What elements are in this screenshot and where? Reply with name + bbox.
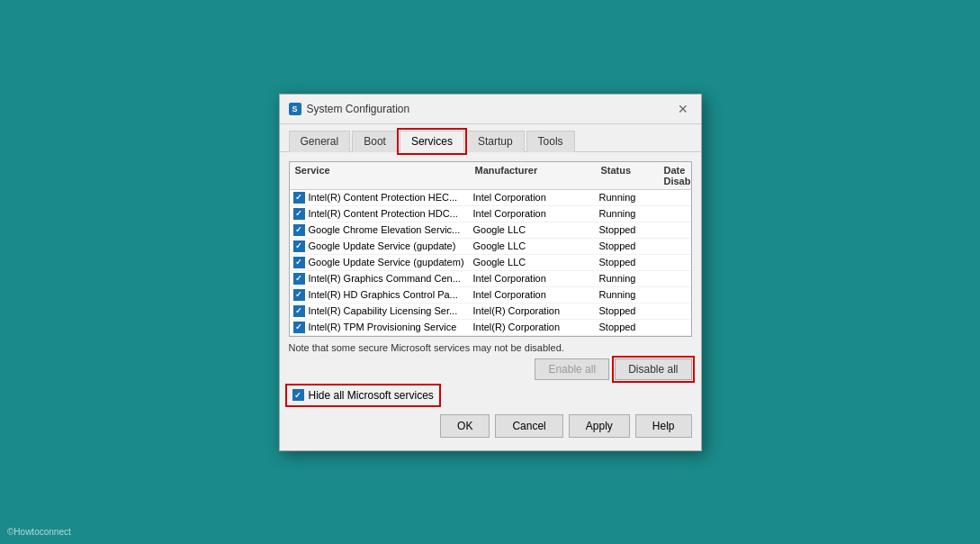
service-name: Google Update Service (gupdate) xyxy=(309,240,456,251)
system-configuration-dialog: S System Configuration ✕ General Boot Se… xyxy=(279,94,702,451)
row-service-cell: Intel(R) Content Protection HEC... xyxy=(293,192,473,204)
service-name: Intel(R) Content Protection HEC... xyxy=(309,192,458,203)
dialog-title: System Configuration xyxy=(307,103,410,115)
watermark: ©Howtoconnect xyxy=(7,527,71,537)
cancel-button[interactable]: Cancel xyxy=(495,414,562,438)
service-name: Intel(R) Content Protection HDC... xyxy=(309,208,458,219)
status: Stopped xyxy=(599,224,662,235)
tab-services[interactable]: Services xyxy=(400,131,464,152)
table-row[interactable]: Intel(R) TPM Provisioning Service Intel(… xyxy=(290,320,691,336)
col-service: Service xyxy=(293,165,473,186)
table-row[interactable]: Intel(R) Dynamic Application Loa... Inte… xyxy=(290,336,691,337)
tab-general[interactable]: General xyxy=(289,131,351,152)
row-service-cell: Google Chrome Elevation Servic... xyxy=(293,224,473,236)
row-checkbox[interactable] xyxy=(293,305,305,317)
title-bar: S System Configuration ✕ xyxy=(280,95,701,124)
table-row[interactable]: Google Chrome Elevation Servic... Google… xyxy=(290,222,691,239)
tab-boot[interactable]: Boot xyxy=(352,131,398,152)
row-checkbox[interactable] xyxy=(293,192,305,204)
help-button[interactable]: Help xyxy=(635,414,692,438)
row-checkbox[interactable] xyxy=(293,322,305,333)
col-date-disabled: Date Disabled xyxy=(662,165,692,186)
row-checkbox[interactable] xyxy=(293,208,305,220)
row-service-cell: Google Update Service (gupdate) xyxy=(293,240,473,252)
disable-all-button[interactable]: Disable all xyxy=(615,358,691,380)
row-service-cell: Google Update Service (gupdatem) xyxy=(293,257,473,268)
services-table: Service Manufacturer Status Date Disable… xyxy=(289,161,692,337)
table-body[interactable]: Intel(R) Content Protection HEC... Intel… xyxy=(290,190,691,337)
row-service-cell: Intel(R) TPM Provisioning Service xyxy=(293,322,473,333)
manufacturer: Google LLC xyxy=(473,257,599,267)
status: Stopped xyxy=(599,240,662,251)
row-service-cell: Intel(R) Capability Licensing Ser... xyxy=(293,305,473,317)
enable-disable-row: Enable all Disable all xyxy=(289,358,692,380)
service-name: Intel(R) Graphics Command Cen... xyxy=(309,273,461,284)
bottom-buttons: OK Cancel Apply Help xyxy=(289,414,692,441)
hide-ms-row: Hide all Microsoft services xyxy=(289,387,692,403)
manufacturer: Intel Corporation xyxy=(473,208,599,219)
row-service-cell: Intel(R) Content Protection HDC... xyxy=(293,208,473,220)
tab-content: Service Manufacturer Status Date Disable… xyxy=(280,152,701,450)
service-name: Google Update Service (gupdatem) xyxy=(309,257,464,267)
service-name: Intel(R) TPM Provisioning Service xyxy=(309,322,457,332)
manufacturer: Intel Corporation xyxy=(473,289,599,300)
manufacturer: Intel(R) Corporation xyxy=(473,322,599,332)
table-row[interactable]: Intel(R) Capability Licensing Ser... Int… xyxy=(290,304,691,320)
row-checkbox[interactable] xyxy=(293,224,305,236)
table-row[interactable]: Intel(R) Graphics Command Cen... Intel C… xyxy=(290,271,691,287)
row-service-cell: Intel(R) HD Graphics Control Pa... xyxy=(293,289,473,301)
status: Stopped xyxy=(599,257,662,267)
note-text: Note that some secure Microsoft services… xyxy=(289,342,692,353)
ok-button[interactable]: OK xyxy=(440,414,490,438)
status: Stopped xyxy=(599,305,662,316)
table-row[interactable]: Google Update Service (gupdatem) Google … xyxy=(290,255,691,271)
tab-tools[interactable]: Tools xyxy=(526,131,575,152)
manufacturer: Intel(R) Corporation xyxy=(473,305,599,316)
row-checkbox[interactable] xyxy=(293,273,305,285)
table-header: Service Manufacturer Status Date Disable… xyxy=(290,162,691,190)
hide-ms-checkbox-label[interactable]: Hide all Microsoft services xyxy=(289,387,437,403)
row-checkbox[interactable] xyxy=(293,257,305,268)
manufacturer: Google LLC xyxy=(473,240,599,251)
row-checkbox[interactable] xyxy=(293,289,305,301)
service-name: Google Chrome Elevation Servic... xyxy=(309,224,461,235)
close-button[interactable]: ✕ xyxy=(674,100,692,118)
hide-ms-checkbox[interactable] xyxy=(292,389,304,401)
hide-ms-label: Hide all Microsoft services xyxy=(309,389,434,402)
title-bar-left: S System Configuration xyxy=(289,103,410,115)
manufacturer: Intel Corporation xyxy=(473,273,599,284)
status: Stopped xyxy=(599,322,662,332)
col-status: Status xyxy=(599,165,662,186)
table-row[interactable]: Intel(R) Content Protection HEC... Intel… xyxy=(290,190,691,206)
dialog-icon: S xyxy=(289,103,301,115)
enable-all-button[interactable]: Enable all xyxy=(535,358,609,380)
row-checkbox[interactable] xyxy=(293,240,305,252)
service-name: Intel(R) HD Graphics Control Pa... xyxy=(309,289,458,300)
status: Running xyxy=(599,273,662,284)
service-name: Intel(R) Capability Licensing Ser... xyxy=(309,305,458,316)
col-manufacturer: Manufacturer xyxy=(473,165,599,186)
table-row[interactable]: Intel(R) HD Graphics Control Pa... Intel… xyxy=(290,287,691,304)
status: Running xyxy=(599,192,662,203)
table-row[interactable]: Intel(R) Content Protection HDC... Intel… xyxy=(290,206,691,222)
row-service-cell: Intel(R) Graphics Command Cen... xyxy=(293,273,473,285)
tab-bar: General Boot Services Startup Tools xyxy=(280,124,701,152)
status: Running xyxy=(599,289,662,300)
apply-button[interactable]: Apply xyxy=(569,414,630,438)
manufacturer: Intel Corporation xyxy=(473,192,599,203)
status: Running xyxy=(599,208,662,219)
manufacturer: Google LLC xyxy=(473,224,599,235)
tab-startup[interactable]: Startup xyxy=(466,131,525,152)
table-row[interactable]: Google Update Service (gupdate) Google L… xyxy=(290,239,691,255)
